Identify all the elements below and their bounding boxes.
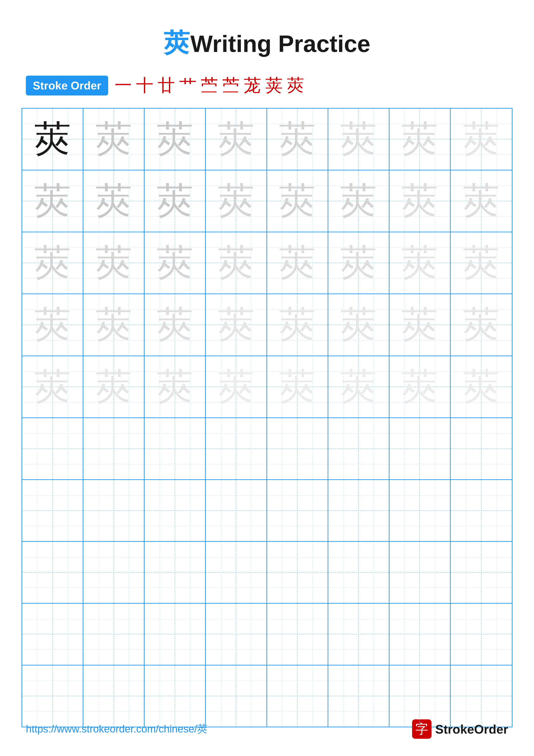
grid-cell-6-1[interactable] <box>83 480 144 541</box>
practice-char-instance: 莢 <box>34 368 71 405</box>
grid-cell-1-5[interactable]: 莢 <box>328 171 390 232</box>
grid-cell-2-3[interactable]: 莢 <box>206 232 267 293</box>
grid-cell-5-5[interactable] <box>328 418 390 479</box>
grid-cell-1-3[interactable]: 莢 <box>206 171 267 232</box>
grid-cell-5-4[interactable] <box>267 418 328 479</box>
grid-row-6 <box>22 480 512 542</box>
grid-cell-2-5[interactable]: 莢 <box>328 232 390 293</box>
grid-row-0: 莢莢莢莢莢莢莢莢 <box>22 109 512 171</box>
grid-cell-3-5[interactable]: 莢 <box>328 294 390 355</box>
practice-char-instance: 莢 <box>34 183 71 219</box>
grid-cell-7-5[interactable] <box>328 542 390 603</box>
practice-char-instance: 莢 <box>463 307 499 343</box>
grid-cell-5-3[interactable] <box>206 418 267 479</box>
practice-char-instance: 莢 <box>95 121 132 157</box>
grid-cell-8-6[interactable] <box>390 604 451 665</box>
grid-cell-5-7[interactable] <box>451 418 512 479</box>
grid-cell-8-4[interactable] <box>267 604 328 665</box>
grid-cell-1-0[interactable]: 莢 <box>22 171 83 232</box>
grid-cell-7-0[interactable] <box>22 542 83 603</box>
grid-cell-8-7[interactable] <box>451 604 512 665</box>
grid-cell-5-0[interactable] <box>22 418 83 479</box>
practice-char-instance: 莢 <box>463 368 499 405</box>
grid-cell-4-0[interactable]: 莢 <box>22 356 83 418</box>
grid-cell-2-6[interactable]: 莢 <box>390 232 451 293</box>
grid-cell-5-1[interactable] <box>83 418 144 479</box>
grid-cell-1-1[interactable]: 莢 <box>83 171 144 232</box>
grid-cell-8-1[interactable] <box>83 604 144 665</box>
grid-cell-7-4[interactable] <box>267 542 328 603</box>
grid-cell-0-5[interactable]: 莢 <box>328 109 390 170</box>
grid-row-1: 莢莢莢莢莢莢莢莢 <box>22 171 512 232</box>
grid-cell-3-2[interactable]: 莢 <box>144 294 206 355</box>
grid-cell-2-0[interactable]: 莢 <box>22 232 83 293</box>
practice-grid: 莢莢莢莢莢莢莢莢莢莢莢莢莢莢莢莢莢莢莢莢莢莢莢莢莢莢莢莢莢莢莢莢莢莢莢莢莢莢莢莢 <box>21 108 513 727</box>
grid-cell-4-6[interactable]: 莢 <box>390 356 451 418</box>
practice-char-instance: 莢 <box>340 121 377 157</box>
grid-cell-1-2[interactable]: 莢 <box>144 171 206 232</box>
grid-cell-3-1[interactable]: 莢 <box>83 294 144 355</box>
practice-char-instance: 莢 <box>95 368 132 405</box>
grid-cell-6-0[interactable] <box>22 480 83 541</box>
grid-cell-7-2[interactable] <box>144 542 206 603</box>
grid-cell-0-7[interactable]: 莢 <box>451 109 512 170</box>
grid-cell-2-2[interactable]: 莢 <box>144 232 206 293</box>
grid-cell-3-3[interactable]: 莢 <box>206 294 267 355</box>
grid-cell-0-0[interactable]: 莢 <box>22 109 83 170</box>
grid-cell-7-3[interactable] <box>206 542 267 603</box>
grid-cell-7-7[interactable] <box>451 542 512 603</box>
grid-cell-3-6[interactable]: 莢 <box>390 294 451 355</box>
grid-cell-4-3[interactable]: 莢 <box>206 356 267 418</box>
practice-char-instance: 莢 <box>463 121 499 157</box>
grid-cell-1-6[interactable]: 莢 <box>390 171 451 232</box>
grid-cell-4-4[interactable]: 莢 <box>267 356 328 418</box>
grid-cell-5-6[interactable] <box>390 418 451 479</box>
grid-cell-5-2[interactable] <box>144 418 206 479</box>
grid-cell-3-7[interactable]: 莢 <box>451 294 512 355</box>
grid-cell-4-2[interactable]: 莢 <box>144 356 206 418</box>
grid-cell-8-5[interactable] <box>328 604 390 665</box>
grid-cell-4-5[interactable]: 莢 <box>328 356 390 418</box>
grid-cell-0-1[interactable]: 莢 <box>83 109 144 170</box>
grid-cell-7-1[interactable] <box>83 542 144 603</box>
grid-cell-9-5[interactable] <box>328 665 390 727</box>
grid-cell-9-4[interactable] <box>267 665 328 727</box>
grid-cell-3-4[interactable]: 莢 <box>267 294 328 355</box>
practice-char-instance: 莢 <box>157 307 193 343</box>
practice-char-instance: 莢 <box>157 121 193 157</box>
grid-cell-2-7[interactable]: 莢 <box>451 232 512 293</box>
grid-cell-0-6[interactable]: 莢 <box>390 109 451 170</box>
grid-cell-6-2[interactable] <box>144 480 206 541</box>
grid-cell-2-1[interactable]: 莢 <box>83 232 144 293</box>
brand-icon: 字 <box>412 719 431 739</box>
grid-cell-0-4[interactable]: 莢 <box>267 109 328 170</box>
grid-cell-8-3[interactable] <box>206 604 267 665</box>
grid-cell-9-3[interactable] <box>206 665 267 727</box>
grid-cell-9-2[interactable] <box>144 665 206 727</box>
grid-cell-7-6[interactable] <box>390 542 451 603</box>
practice-char-instance: 莢 <box>340 183 377 219</box>
grid-cell-8-2[interactable] <box>144 604 206 665</box>
grid-cell-9-7[interactable] <box>451 665 512 727</box>
grid-cell-6-5[interactable] <box>328 480 390 541</box>
grid-cell-1-7[interactable]: 莢 <box>451 171 512 232</box>
grid-cell-9-6[interactable] <box>390 665 451 727</box>
grid-cell-2-4[interactable]: 莢 <box>267 232 328 293</box>
grid-cell-9-0[interactable] <box>22 665 83 727</box>
grid-cell-6-6[interactable] <box>390 480 451 541</box>
grid-cell-6-7[interactable] <box>451 480 512 541</box>
grid-cell-9-1[interactable] <box>83 665 144 727</box>
grid-cell-4-7[interactable]: 莢 <box>451 356 512 418</box>
grid-cell-8-0[interactable] <box>22 604 83 665</box>
grid-cell-6-3[interactable] <box>206 480 267 541</box>
practice-char-instance: 莢 <box>95 245 132 281</box>
grid-cell-3-0[interactable]: 莢 <box>22 294 83 355</box>
title-char: 莢 <box>164 29 190 58</box>
grid-cell-0-3[interactable]: 莢 <box>206 109 267 170</box>
practice-char-instance: 莢 <box>157 183 193 219</box>
page-title: 莢 Writing Practice <box>0 0 534 61</box>
grid-cell-1-4[interactable]: 莢 <box>267 171 328 232</box>
grid-cell-4-1[interactable]: 莢 <box>83 356 144 418</box>
grid-cell-6-4[interactable] <box>267 480 328 541</box>
grid-cell-0-2[interactable]: 莢 <box>144 109 206 170</box>
